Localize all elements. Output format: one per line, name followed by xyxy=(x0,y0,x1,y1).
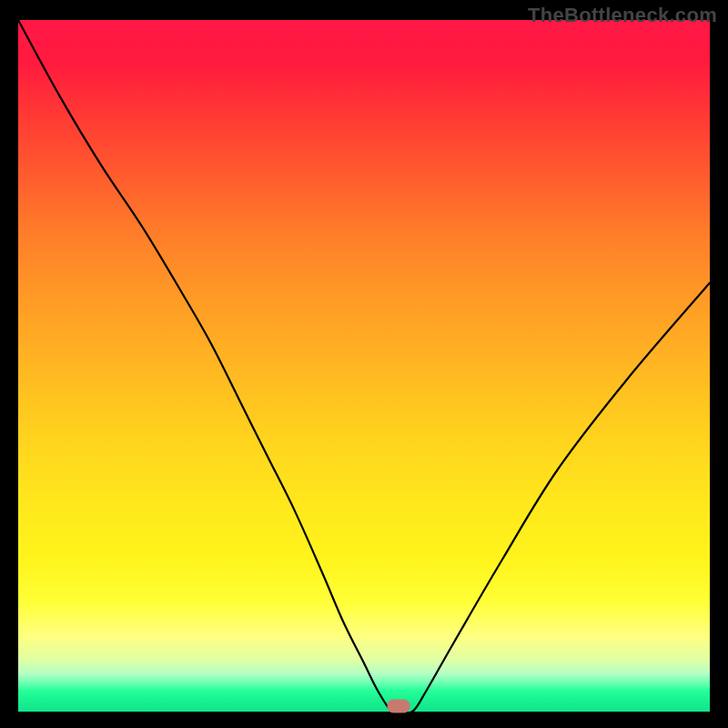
chart-svg xyxy=(18,20,710,712)
watermark-text: TheBottleneck.com xyxy=(528,4,717,27)
chart-area xyxy=(18,20,710,712)
bottleneck-curve xyxy=(18,20,710,713)
optimal-marker xyxy=(388,700,410,713)
